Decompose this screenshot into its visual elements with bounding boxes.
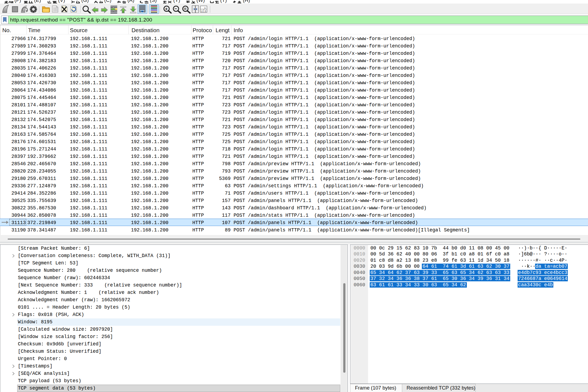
svg-text:−: − — [174, 6, 177, 11]
svg-text:2: 2 — [201, 10, 203, 13]
svg-text:0101: 0101 — [53, 10, 58, 12]
svg-text:+: + — [165, 6, 168, 11]
svg-text:3: 3 — [205, 10, 206, 13]
svg-text:1: 1 — [204, 6, 206, 9]
svg-text:=: = — [184, 6, 187, 11]
